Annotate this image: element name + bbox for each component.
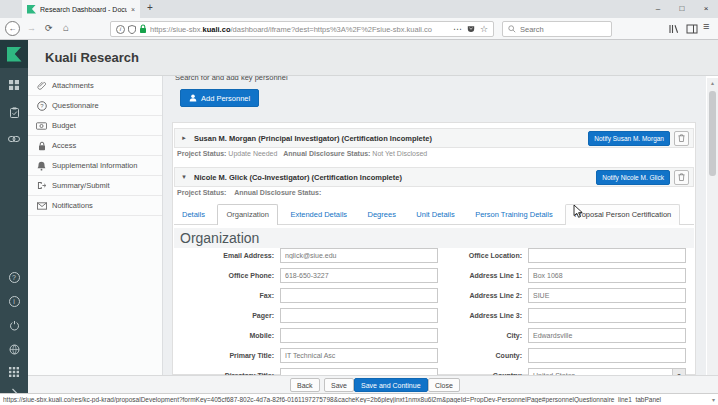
form-row: Directory Title: [177, 368, 438, 375]
person-detail-tabs: Details Organization Extended Details De… [174, 204, 694, 225]
sidebar-item-attachments[interactable]: Attachments [28, 76, 162, 96]
address-line-1-input[interactable] [528, 268, 686, 283]
window-maximize-button[interactable]: □ [670, 0, 694, 17]
form-row: City: [425, 328, 686, 343]
home-icon[interactable]: ⌂ [63, 22, 69, 33]
email-address-label: Email Address: [177, 252, 280, 259]
sign-out-icon [36, 181, 47, 190]
back-button[interactable]: Back [290, 378, 320, 392]
library-icon[interactable] [668, 23, 680, 35]
sidebar-item-questionnaire[interactable]: ? Questionnaire [28, 96, 162, 116]
office-phone-input[interactable] [280, 268, 438, 283]
person-row-morgan[interactable]: ▸ Susan M. Morgan (Principal Investigato… [174, 128, 694, 148]
expand-expanded-icon[interactable]: ▾ [179, 173, 189, 181]
sidebar-item-budget[interactable]: Budget [28, 116, 162, 136]
tab-close-icon[interactable]: × [131, 6, 135, 13]
delete-morgan-button[interactable] [674, 131, 689, 146]
sidebar-item-access[interactable]: Access [28, 136, 162, 156]
address-line-3-input[interactable] [528, 308, 686, 323]
tab-extended-details[interactable]: Extended Details [282, 205, 355, 224]
address-line-2-input[interactable] [528, 288, 686, 303]
reload-icon[interactable]: ⟳ [45, 23, 53, 33]
bell-icon [36, 161, 47, 171]
address-line-2-label: Address Line 2: [425, 292, 528, 299]
search-bar[interactable] [502, 21, 612, 37]
form-footer: Back Save Save and Continue Close [28, 375, 718, 393]
new-tab-button[interactable]: + [147, 2, 153, 13]
pocket-icon[interactable] [467, 25, 475, 33]
help-icon[interactable]: ? [0, 272, 28, 283]
sidebar-item-notifications[interactable]: Notifications [28, 196, 162, 216]
email-address-input[interactable] [280, 248, 438, 263]
app-header: Kuali Research [28, 40, 718, 76]
globe-icon[interactable] [0, 344, 28, 357]
tab-details[interactable]: Details [174, 205, 213, 224]
info-icon[interactable]: i [0, 296, 28, 307]
kuali-logo[interactable] [0, 40, 28, 68]
forward-icon[interactable]: → [27, 23, 36, 33]
save-and-continue-button[interactable]: Save and Continue [354, 378, 428, 392]
directory-title-input[interactable] [280, 368, 438, 375]
person-icon [189, 94, 197, 102]
window-minimize-button[interactable]: – [646, 0, 670, 17]
menu-icon[interactable]: ≡ [703, 20, 709, 32]
primary-title-label: Primary Title: [177, 352, 280, 359]
pager-input[interactable] [280, 308, 438, 323]
sidebar-item-summary-submit[interactable]: Summary/Submit [28, 176, 162, 196]
dashboard-grid-icon[interactable] [0, 80, 28, 92]
form-row: Address Line 1: [425, 268, 686, 283]
page-actions-icon[interactable]: ⋯ [453, 24, 462, 34]
sidebar-toggle-icon[interactable] [686, 23, 698, 35]
add-personnel-button[interactable]: Add Personnel [180, 89, 259, 107]
personnel-panel: Search for and add key personnel Add Per… [163, 76, 706, 375]
sidebar-item-label: Budget [52, 121, 76, 130]
window-close-button[interactable]: × [694, 0, 718, 17]
url-bar[interactable]: i https://siue-sbx.kuali.co/dashboard/if… [110, 21, 494, 37]
county-input[interactable] [528, 348, 686, 363]
app-title: Kuali Research [45, 50, 139, 65]
scroll-up-icon[interactable]: ▴ [707, 79, 718, 86]
close-button[interactable]: Close [428, 378, 460, 392]
browser-tab[interactable]: Research Dashboard - Docum × [22, 0, 140, 18]
bookmark-star-icon[interactable]: ☆ [480, 24, 488, 34]
primary-title-input[interactable] [280, 348, 438, 363]
form-row: Address Line 3: [425, 308, 686, 323]
url-text: https://siue-sbx.kuali.co/dashboard/ifra… [150, 25, 450, 34]
page-info-icon[interactable]: i [116, 25, 125, 34]
browser-status-bar: https://siue-sbx.kuali.co/res/kc-pd-krad… [0, 393, 718, 405]
city-input[interactable] [528, 328, 686, 343]
link-icon[interactable] [0, 134, 28, 144]
notify-morgan-button[interactable]: Notify Susan M. Morgan [588, 131, 670, 146]
save-button[interactable]: Save [324, 378, 354, 392]
person-row-glick[interactable]: ▾ Nicole M. Glick (Co-Investigator) (Cer… [174, 167, 694, 187]
tracking-shield-icon[interactable] [128, 25, 136, 34]
tab-organization[interactable]: Organization [217, 204, 278, 225]
expand-collapsed-icon[interactable]: ▸ [179, 134, 189, 142]
sidebar-item-supplemental-information[interactable]: Supplemental Information [28, 156, 162, 176]
power-icon[interactable] [0, 320, 28, 333]
trash-icon [678, 173, 685, 181]
notify-glick-button[interactable]: Notify Nicole M. Glick [596, 170, 670, 185]
fax-input[interactable] [280, 288, 438, 303]
form-row: Pager: [177, 308, 438, 323]
back-icon[interactable]: ← [5, 21, 20, 36]
form-row: Office Phone: [177, 268, 438, 283]
form-row: Country: United States ▾ [425, 368, 686, 375]
search-input[interactable] [520, 25, 600, 34]
https-lock-icon[interactable] [139, 24, 147, 34]
tab-unit-details[interactable]: Unit Details [408, 205, 462, 224]
tab-degrees[interactable]: Degrees [360, 205, 404, 224]
lock-icon [36, 141, 47, 151]
office-location-input[interactable] [528, 248, 686, 263]
person-name: Nicole M. Glick (Co-Investigator) (Certi… [194, 173, 402, 182]
delete-glick-button[interactable] [674, 170, 689, 185]
tasks-clipboard-icon[interactable] [0, 107, 28, 120]
country-select[interactable]: United States ▾ [528, 368, 686, 375]
vertical-scrollbar[interactable]: ▴ [707, 78, 718, 375]
tab-person-training-details[interactable]: Person Training Details [467, 205, 561, 224]
scrollbar-thumb[interactable] [709, 91, 716, 176]
mobile-input[interactable] [280, 328, 438, 343]
status-url: https://siue-sbx.kuali.co/res/kc-pd-krad… [3, 396, 703, 403]
tab-proposal-person-certification[interactable]: Proposal Person Certification [565, 204, 680, 225]
apps-grid-icon[interactable] [0, 367, 28, 379]
